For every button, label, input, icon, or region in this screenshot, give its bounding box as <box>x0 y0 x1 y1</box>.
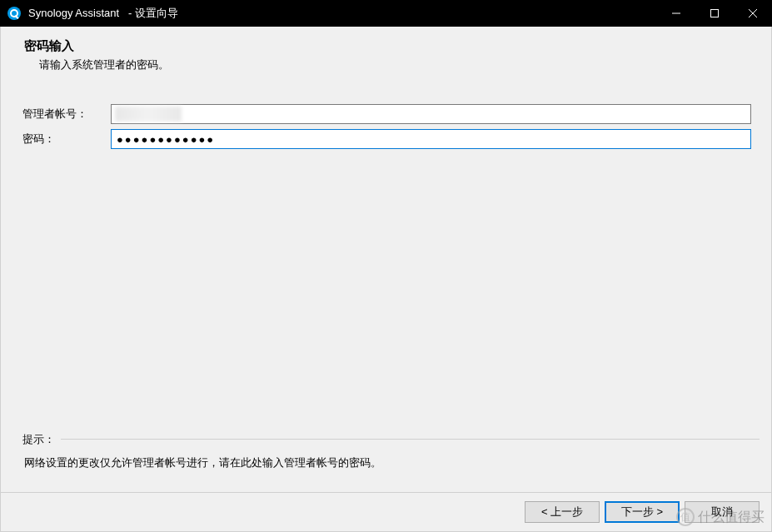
hint-text: 网络设置的更改仅允许管理者帐号进行，请在此处输入管理者帐号的密码。 <box>22 455 750 470</box>
hint-group: 提示： 网络设置的更改仅允许管理者帐号进行，请在此处输入管理者帐号的密码。 <box>12 424 760 482</box>
wizard-body: 密码输入 请输入系统管理者的密码。 管理者帐号： 密码： 提示： 网络设置的更改… <box>1 27 771 492</box>
credentials-form: 管理者帐号： 密码： <box>1 81 771 154</box>
next-button[interactable]: 下一步 > <box>605 501 680 523</box>
page-subtitle: 请输入系统管理者的密码。 <box>24 57 748 72</box>
window-titlebar: Synology Assistant - 设置向导 <box>0 0 772 27</box>
maximize-button[interactable] <box>695 0 734 27</box>
password-input[interactable] <box>111 129 751 149</box>
back-button[interactable]: < 上一步 <box>525 501 600 523</box>
minimize-button[interactable] <box>657 0 695 27</box>
wizard-button-bar: < 上一步 下一步 > 取消 <box>1 492 771 531</box>
username-value-redacted <box>115 107 182 122</box>
password-label: 密码： <box>21 132 111 147</box>
username-row: 管理者帐号： <box>21 104 751 124</box>
app-icon <box>7 6 22 21</box>
username-label: 管理者帐号： <box>21 107 111 122</box>
cancel-button[interactable]: 取消 <box>685 501 760 523</box>
wizard-content: 密码输入 请输入系统管理者的密码。 管理者帐号： 密码： 提示： 网络设置的更改… <box>0 27 772 532</box>
close-button[interactable] <box>734 0 772 27</box>
wizard-header: 密码输入 请输入系统管理者的密码。 <box>1 27 771 81</box>
spacer <box>1 154 771 424</box>
username-input[interactable] <box>111 104 751 124</box>
svg-rect-5 <box>711 10 719 17</box>
window-title: Synology Assistant - 设置向导 <box>28 6 657 21</box>
password-row: 密码： <box>21 129 751 149</box>
hint-label: 提示： <box>19 432 58 447</box>
hint-divider <box>61 439 760 440</box>
title-suffix: - 设置向导 <box>128 7 178 19</box>
window-controls <box>657 0 772 27</box>
app-name: Synology Assistant <box>28 7 119 19</box>
page-title: 密码输入 <box>24 38 748 54</box>
